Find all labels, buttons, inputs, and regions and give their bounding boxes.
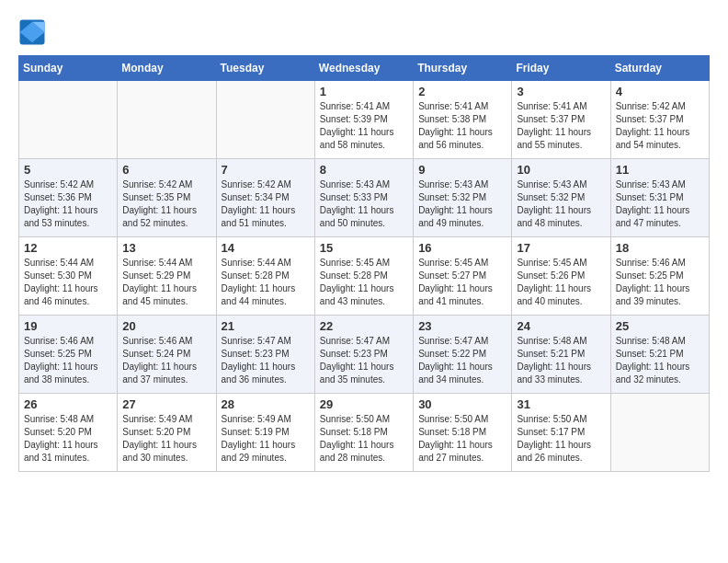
calendar-cell: 5Sunrise: 5:42 AM Sunset: 5:36 PM Daylig… xyxy=(19,159,118,237)
cell-info: Sunrise: 5:47 AM Sunset: 5:23 PM Dayligh… xyxy=(222,335,310,386)
logo-icon xyxy=(18,18,46,46)
calendar-cell: 28Sunrise: 5:49 AM Sunset: 5:19 PM Dayli… xyxy=(216,394,314,472)
calendar-cell xyxy=(216,81,314,159)
day-number: 12 xyxy=(24,241,112,255)
cell-info: Sunrise: 5:44 AM Sunset: 5:28 PM Dayligh… xyxy=(222,257,310,308)
calendar-header: SundayMondayTuesdayWednesdayThursdayFrid… xyxy=(19,56,710,81)
cell-info: Sunrise: 5:43 AM Sunset: 5:31 PM Dayligh… xyxy=(616,178,704,230)
day-number: 30 xyxy=(418,397,506,411)
cell-info: Sunrise: 5:46 AM Sunset: 5:25 PM Dayligh… xyxy=(616,257,704,308)
calendar-cell: 9Sunrise: 5:43 AM Sunset: 5:32 PM Daylig… xyxy=(414,159,512,237)
day-number: 26 xyxy=(24,397,112,411)
calendar-cell: 16Sunrise: 5:45 AM Sunset: 5:27 PM Dayli… xyxy=(414,237,512,316)
cell-info: Sunrise: 5:45 AM Sunset: 5:27 PM Dayligh… xyxy=(418,257,506,308)
calendar-cell: 25Sunrise: 5:48 AM Sunset: 5:21 PM Dayli… xyxy=(610,316,709,394)
day-number: 1 xyxy=(320,85,408,98)
day-number: 4 xyxy=(616,85,704,98)
day-number: 7 xyxy=(222,163,310,177)
day-header-friday: Friday xyxy=(512,56,610,81)
day-number: 29 xyxy=(320,397,408,411)
day-number: 6 xyxy=(122,163,210,177)
calendar-cell: 1Sunrise: 5:41 AM Sunset: 5:39 PM Daylig… xyxy=(314,81,413,159)
calendar-cell: 29Sunrise: 5:50 AM Sunset: 5:18 PM Dayli… xyxy=(314,394,413,472)
cell-info: Sunrise: 5:41 AM Sunset: 5:38 PM Dayligh… xyxy=(418,100,506,152)
day-number: 18 xyxy=(616,241,704,255)
calendar-cell: 3Sunrise: 5:41 AM Sunset: 5:37 PM Daylig… xyxy=(512,81,610,159)
day-number: 2 xyxy=(418,85,506,98)
calendar-cell: 15Sunrise: 5:45 AM Sunset: 5:28 PM Dayli… xyxy=(314,237,413,316)
calendar-week-1: 1Sunrise: 5:41 AM Sunset: 5:39 PM Daylig… xyxy=(19,81,710,159)
day-header-monday: Monday xyxy=(118,56,216,81)
cell-info: Sunrise: 5:43 AM Sunset: 5:32 PM Dayligh… xyxy=(418,178,506,230)
day-number: 9 xyxy=(418,163,506,177)
cell-info: Sunrise: 5:48 AM Sunset: 5:21 PM Dayligh… xyxy=(517,335,605,386)
cell-info: Sunrise: 5:43 AM Sunset: 5:32 PM Dayligh… xyxy=(517,178,605,230)
logo xyxy=(18,18,50,46)
cell-info: Sunrise: 5:42 AM Sunset: 5:36 PM Dayligh… xyxy=(24,178,112,230)
cell-info: Sunrise: 5:44 AM Sunset: 5:29 PM Dayligh… xyxy=(122,257,210,308)
calendar-cell: 11Sunrise: 5:43 AM Sunset: 5:31 PM Dayli… xyxy=(610,159,709,237)
calendar-table: SundayMondayTuesdayWednesdayThursdayFrid… xyxy=(18,55,710,472)
cell-info: Sunrise: 5:50 AM Sunset: 5:18 PM Dayligh… xyxy=(418,413,506,465)
cell-info: Sunrise: 5:47 AM Sunset: 5:23 PM Dayligh… xyxy=(320,335,408,386)
cell-info: Sunrise: 5:42 AM Sunset: 5:34 PM Dayligh… xyxy=(222,178,310,230)
calendar-cell: 14Sunrise: 5:44 AM Sunset: 5:28 PM Dayli… xyxy=(216,237,314,316)
day-number: 15 xyxy=(320,241,408,255)
day-number: 11 xyxy=(616,163,704,177)
day-number: 14 xyxy=(222,241,310,255)
day-header-sunday: Sunday xyxy=(19,56,118,81)
calendar-cell: 19Sunrise: 5:46 AM Sunset: 5:25 PM Dayli… xyxy=(19,316,118,394)
calendar-cell: 27Sunrise: 5:49 AM Sunset: 5:20 PM Dayli… xyxy=(118,394,216,472)
day-number: 22 xyxy=(320,319,408,333)
calendar-cell xyxy=(118,81,216,159)
calendar-cell: 26Sunrise: 5:48 AM Sunset: 5:20 PM Dayli… xyxy=(19,394,118,472)
day-number: 31 xyxy=(517,397,605,411)
calendar-cell: 20Sunrise: 5:46 AM Sunset: 5:24 PM Dayli… xyxy=(118,316,216,394)
cell-info: Sunrise: 5:50 AM Sunset: 5:17 PM Dayligh… xyxy=(517,413,605,465)
day-number: 5 xyxy=(24,163,112,177)
cell-info: Sunrise: 5:50 AM Sunset: 5:18 PM Dayligh… xyxy=(320,413,408,465)
day-number: 23 xyxy=(418,319,506,333)
calendar-cell: 7Sunrise: 5:42 AM Sunset: 5:34 PM Daylig… xyxy=(216,159,314,237)
cell-info: Sunrise: 5:46 AM Sunset: 5:24 PM Dayligh… xyxy=(122,335,210,386)
cell-info: Sunrise: 5:49 AM Sunset: 5:19 PM Dayligh… xyxy=(222,413,310,465)
day-number: 20 xyxy=(122,319,210,333)
cell-info: Sunrise: 5:42 AM Sunset: 5:37 PM Dayligh… xyxy=(616,100,704,152)
day-number: 13 xyxy=(122,241,210,255)
calendar-cell: 2Sunrise: 5:41 AM Sunset: 5:38 PM Daylig… xyxy=(414,81,512,159)
day-number: 21 xyxy=(222,319,310,333)
cell-info: Sunrise: 5:49 AM Sunset: 5:20 PM Dayligh… xyxy=(122,413,210,465)
page-header xyxy=(18,18,710,46)
day-number: 25 xyxy=(616,319,704,333)
calendar-cell: 30Sunrise: 5:50 AM Sunset: 5:18 PM Dayli… xyxy=(414,394,512,472)
calendar-week-5: 26Sunrise: 5:48 AM Sunset: 5:20 PM Dayli… xyxy=(19,394,710,472)
calendar-cell: 22Sunrise: 5:47 AM Sunset: 5:23 PM Dayli… xyxy=(314,316,413,394)
day-number: 27 xyxy=(122,397,210,411)
calendar-cell xyxy=(610,394,709,472)
calendar-cell: 21Sunrise: 5:47 AM Sunset: 5:23 PM Dayli… xyxy=(216,316,314,394)
day-number: 17 xyxy=(517,241,605,255)
cell-info: Sunrise: 5:43 AM Sunset: 5:33 PM Dayligh… xyxy=(320,178,408,230)
calendar-body: 1Sunrise: 5:41 AM Sunset: 5:39 PM Daylig… xyxy=(19,81,710,472)
cell-info: Sunrise: 5:41 AM Sunset: 5:39 PM Dayligh… xyxy=(320,100,408,152)
day-header-thursday: Thursday xyxy=(414,56,512,81)
cell-info: Sunrise: 5:41 AM Sunset: 5:37 PM Dayligh… xyxy=(517,100,605,152)
cell-info: Sunrise: 5:48 AM Sunset: 5:21 PM Dayligh… xyxy=(616,335,704,386)
cell-info: Sunrise: 5:46 AM Sunset: 5:25 PM Dayligh… xyxy=(24,335,112,386)
calendar-cell: 4Sunrise: 5:42 AM Sunset: 5:37 PM Daylig… xyxy=(610,81,709,159)
header-row: SundayMondayTuesdayWednesdayThursdayFrid… xyxy=(19,56,710,81)
calendar-cell: 17Sunrise: 5:45 AM Sunset: 5:26 PM Dayli… xyxy=(512,237,610,316)
day-number: 24 xyxy=(517,319,605,333)
day-number: 8 xyxy=(320,163,408,177)
calendar-cell: 24Sunrise: 5:48 AM Sunset: 5:21 PM Dayli… xyxy=(512,316,610,394)
cell-info: Sunrise: 5:45 AM Sunset: 5:28 PM Dayligh… xyxy=(320,257,408,308)
calendar-cell: 31Sunrise: 5:50 AM Sunset: 5:17 PM Dayli… xyxy=(512,394,610,472)
calendar-week-2: 5Sunrise: 5:42 AM Sunset: 5:36 PM Daylig… xyxy=(19,159,710,237)
day-number: 28 xyxy=(222,397,310,411)
day-number: 16 xyxy=(418,241,506,255)
day-number: 19 xyxy=(24,319,112,333)
calendar-cell: 10Sunrise: 5:43 AM Sunset: 5:32 PM Dayli… xyxy=(512,159,610,237)
cell-info: Sunrise: 5:48 AM Sunset: 5:20 PM Dayligh… xyxy=(24,413,112,465)
day-number: 3 xyxy=(517,85,605,98)
calendar-cell xyxy=(19,81,118,159)
